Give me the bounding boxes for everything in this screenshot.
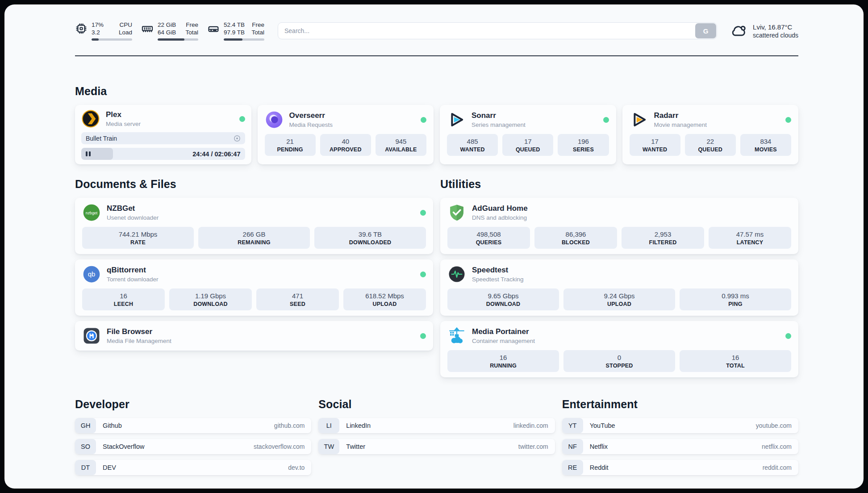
bookmark-row[interactable]: YTYouTubeyoutube.com	[562, 418, 798, 433]
bookmark-row[interactable]: GHGithubgithub.com	[75, 418, 311, 433]
section-title-media: Media	[75, 85, 798, 98]
bookmarks-section: Developer GHGithubgithub.comSOStackOverf…	[75, 398, 798, 475]
adguard-card[interactable]: AdGuard Home DNS and adblocking 498,508Q…	[440, 198, 798, 254]
playback-time: 24:44 / 02:06:47	[192, 150, 240, 158]
stat-value: 834	[760, 138, 771, 145]
ram-icon	[141, 21, 154, 41]
screen-icon	[234, 135, 241, 142]
sonarr-title: Sonarr	[472, 111, 597, 120]
filebrowser-subtitle: Media File Management	[107, 338, 414, 344]
stat-box: 16LEECH	[82, 288, 165, 310]
section-title-utilities: Utilities	[440, 178, 798, 191]
stat-box: 0STOPPED	[563, 350, 675, 372]
bookmark-url: netflix.com	[762, 443, 792, 450]
stat-label: SERIES	[573, 146, 594, 153]
bookmark-row[interactable]: SOStackOverflowstackoverflow.com	[75, 439, 311, 454]
stat-box: 39.6 TBDOWNLOADED	[314, 227, 426, 249]
bookmark-list-entertainment: YTYouTubeyoutube.comNFNetflixnetflix.com…	[562, 418, 798, 475]
bookmark-list-social: LILinkedInlinkedin.comTWTwittertwitter.c…	[318, 418, 555, 454]
bookmark-group-social: Social LILinkedInlinkedin.comTWTwittertw…	[318, 398, 555, 475]
plex-status-dot	[239, 116, 245, 122]
portainer-card[interactable]: Media Portainer Container management 16R…	[440, 321, 798, 377]
portainer-status-dot	[785, 333, 791, 339]
radarr-title: Radarr	[654, 111, 780, 120]
portainer-icon	[447, 326, 466, 345]
documents-column: Documents & Files nzbget NZBGet Usenet d…	[75, 178, 433, 377]
speedtest-subtitle: Speedtest Tracking	[472, 276, 791, 283]
stat-box: 16TOTAL	[680, 350, 791, 372]
qbittorrent-card[interactable]: qb qBittorrent Torrent downloader 16LEEC…	[75, 259, 433, 316]
search-engine-button[interactable]: G	[695, 23, 716, 38]
stat-label: STOPPED	[606, 363, 633, 369]
filebrowser-status-dot	[420, 333, 426, 339]
stat-label: PENDING	[277, 146, 303, 153]
section-title-developer: Developer	[75, 398, 311, 411]
stat-value: 17	[651, 138, 659, 145]
bookmark-abbr: GH	[75, 418, 96, 433]
bookmark-row[interactable]: RERedditreddit.com	[562, 460, 798, 475]
sonarr-card[interactable]: Sonarr Series management 485WANTED17QUEU…	[440, 105, 616, 164]
stat-value: 16	[732, 354, 739, 361]
bookmark-url: reddit.com	[763, 464, 792, 471]
stat-value: 471	[292, 292, 303, 300]
stat-value: 39.6 TB	[359, 230, 382, 238]
bookmark-row[interactable]: LILinkedInlinkedin.com	[318, 418, 555, 433]
bookmark-row[interactable]: NFNetflixnetflix.com	[562, 439, 798, 454]
search-input[interactable]	[278, 22, 717, 39]
stat-box: 945AVAILABLE	[376, 134, 426, 156]
stat-value: 744.21 Mbps	[119, 230, 158, 238]
disk-icon	[207, 21, 220, 41]
nzbget-title: NZBGet	[107, 204, 414, 213]
adguard-title: AdGuard Home	[472, 204, 791, 213]
disk-progress-fill	[224, 38, 242, 41]
stat-value: 21	[286, 138, 294, 145]
filebrowser-card[interactable]: File Browser Media File Management	[75, 321, 433, 351]
plex-card[interactable]: Plex Media server Bullet Train 24:44 / 0…	[75, 105, 251, 164]
bookmark-row[interactable]: DTDEVdev.to	[75, 460, 311, 475]
stat-value: 0	[618, 354, 621, 361]
stat-label: RATE	[130, 239, 146, 246]
speedtest-title: Speedtest	[472, 266, 791, 275]
stat-label: RUNNING	[490, 363, 517, 369]
sonarr-status-dot	[603, 117, 609, 123]
nzbget-status-dot	[420, 210, 426, 216]
ram-progress-fill	[158, 38, 184, 41]
sonarr-icon	[447, 110, 466, 129]
stat-label: APPROVED	[330, 146, 362, 153]
nzbget-card[interactable]: nzbget NZBGet Usenet downloader 744.21 M…	[75, 198, 433, 254]
stat-box: 485WANTED	[447, 134, 498, 156]
radarr-card[interactable]: Radarr Movie management 17WANTED22QUEUED…	[622, 105, 799, 164]
stat-box: 0.993 msPING	[680, 288, 791, 310]
overseerr-card[interactable]: Overseerr Media Requests 21PENDING40APPR…	[258, 105, 434, 164]
bookmark-url: dev.to	[288, 464, 305, 471]
stat-value: 618.52 Mbps	[365, 292, 404, 300]
stat-box: 17QUEUED	[502, 134, 553, 156]
stat-box: 47.57 msLATENCY	[709, 227, 791, 249]
now-playing-title: Bullet Train	[86, 135, 234, 142]
overseerr-subtitle: Media Requests	[289, 121, 415, 128]
weather-location-temp: Lviv, 16.87°C	[753, 23, 798, 31]
stat-box: 9.24 GbpsUPLOAD	[563, 288, 675, 310]
portainer-title: Media Portainer	[472, 327, 780, 336]
stat-box: 498,508QUERIES	[447, 227, 530, 249]
svg-text:nzbget: nzbget	[86, 211, 98, 215]
bookmark-row[interactable]: TWTwittertwitter.com	[318, 439, 555, 454]
stat-label: DOWNLOAD	[486, 301, 521, 307]
disk-free: 52.4 TB	[224, 21, 245, 29]
stat-value: 47.57 ms	[736, 230, 764, 238]
bookmark-url: twitter.com	[518, 443, 548, 450]
cpu-widget: 17%CPU 3.2Load	[75, 21, 132, 41]
bookmark-url: stackoverflow.com	[254, 443, 305, 450]
section-title-documents: Documents & Files	[75, 178, 433, 191]
stat-box: 744.21 MbpsRATE	[82, 227, 194, 249]
stat-value: 945	[395, 138, 406, 145]
radarr-subtitle: Movie management	[654, 121, 780, 128]
speedtest-card[interactable]: Speedtest Speedtest Tracking 9.65 GbpsDO…	[440, 259, 798, 316]
stat-box: 22QUEUED	[685, 134, 736, 156]
stat-box: 471SEED	[256, 288, 339, 310]
top-bar: 17%CPU 3.2Load 22 GiBFree 64 GiBTotal	[75, 18, 798, 44]
bookmark-group-entertainment: Entertainment YTYouTubeyoutube.comNFNetf…	[562, 398, 798, 475]
stat-value: 2,953	[655, 230, 672, 238]
qbittorrent-status-dot	[420, 272, 426, 277]
bookmark-abbr: TW	[318, 439, 339, 454]
